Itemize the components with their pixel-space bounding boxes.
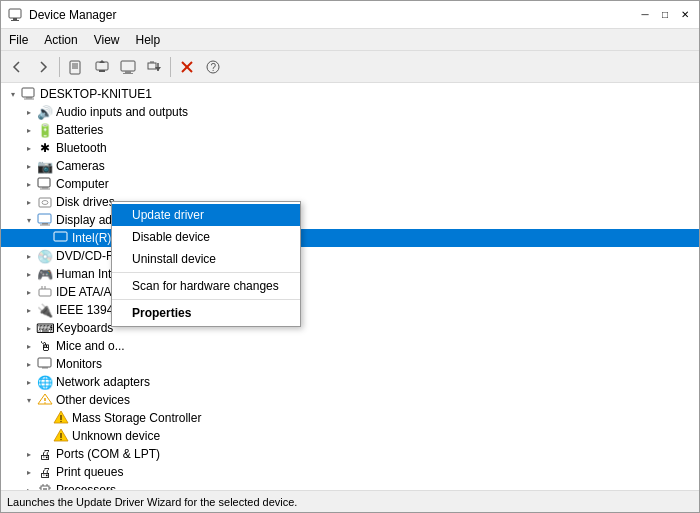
network-expander[interactable] <box>21 374 37 390</box>
keyboards-label: Keyboards <box>56 321 113 335</box>
tree-item-dvd[interactable]: 💿 DVD/CD-R... <box>1 247 699 265</box>
proc-expander[interactable] <box>21 482 37 490</box>
svg-rect-27 <box>40 189 50 190</box>
audio-label: Audio inputs and outputs <box>56 105 188 119</box>
svg-rect-10 <box>121 61 135 71</box>
svg-rect-33 <box>54 232 67 241</box>
tree-item-processors[interactable]: Processors <box>1 481 699 490</box>
disk-icon <box>37 194 53 210</box>
properties-button[interactable] <box>64 55 88 79</box>
ctx-uninstall-device[interactable]: Uninstall device <box>112 248 300 270</box>
tree-item-other-devices[interactable]: Other devices <box>1 391 699 409</box>
audio-expander[interactable] <box>21 104 37 120</box>
title-bar-text: Device Manager <box>29 8 637 22</box>
tree-area[interactable]: DESKTOP-KNITUE1 🔊 Audio inputs and outpu… <box>1 83 699 490</box>
tree-item-monitors[interactable]: Monitors <box>1 355 699 373</box>
tree-item-unknown[interactable]: Unknown device <box>1 427 699 445</box>
tree-item-print-queues[interactable]: 🖨 Print queues <box>1 463 699 481</box>
forward-button[interactable] <box>31 55 55 79</box>
menu-action[interactable]: Action <box>36 31 85 48</box>
status-bar: Launches the Update Driver Wizard for th… <box>1 490 699 512</box>
tree-item-ports[interactable]: 🖨 Ports (COM & LPT) <box>1 445 699 463</box>
minimize-button[interactable]: ─ <box>637 7 653 23</box>
tree-item-network[interactable]: 🌐 Network adapters <box>1 373 699 391</box>
svg-rect-23 <box>26 97 32 99</box>
svg-rect-8 <box>99 70 105 72</box>
proc-icon <box>37 482 53 490</box>
unknown-label: Unknown device <box>72 429 160 443</box>
tree-item-audio[interactable]: 🔊 Audio inputs and outputs <box>1 103 699 121</box>
tree-item-disk-drives[interactable]: Disk drives <box>1 193 699 211</box>
remove-device-button[interactable] <box>175 55 199 79</box>
menu-file[interactable]: File <box>1 31 36 48</box>
human-expander[interactable] <box>21 266 37 282</box>
root-expander[interactable] <box>5 86 21 102</box>
ctx-update-driver[interactable]: Update driver <box>112 204 300 226</box>
tree-item-mass-storage[interactable]: Mass Storage Controller <box>1 409 699 427</box>
display-icon <box>37 212 53 228</box>
root-label: DESKTOP-KNITUE1 <box>40 87 152 101</box>
tree-item-intel[interactable]: Intel(R) ... <box>1 229 699 247</box>
device-manager-window: Device Manager ─ □ ✕ File Action View He… <box>0 0 700 513</box>
maximize-button[interactable]: □ <box>657 7 673 23</box>
tree-item-human-interface[interactable]: 🎮 Human Int... <box>1 265 699 283</box>
tree-item-cameras[interactable]: 📷 Cameras <box>1 157 699 175</box>
tree-item-ide[interactable]: IDE ATA/AT... <box>1 283 699 301</box>
disk-expander[interactable] <box>21 194 37 210</box>
mice-expander[interactable] <box>21 338 37 354</box>
ieee-expander[interactable] <box>21 302 37 318</box>
other-expander[interactable] <box>21 392 37 408</box>
context-menu: Update driver Disable device Uninstall d… <box>111 201 301 327</box>
tree-item-mice[interactable]: 🖱 Mice and o... <box>1 337 699 355</box>
svg-rect-7 <box>96 62 108 70</box>
svg-rect-0 <box>9 9 21 18</box>
tree-item-batteries[interactable]: 🔋 Batteries <box>1 121 699 139</box>
intel-icon <box>53 230 69 246</box>
tree-item-display-adapters[interactable]: Display adapters <box>1 211 699 229</box>
print-expander[interactable] <box>21 464 37 480</box>
close-button[interactable]: ✕ <box>677 7 693 23</box>
window-controls: ─ □ ✕ <box>637 7 693 23</box>
batteries-expander[interactable] <box>21 122 37 138</box>
ctx-disable-device[interactable]: Disable device <box>112 226 300 248</box>
tree-item-ieee1394[interactable]: 🔌 IEEE 1394 h... <box>1 301 699 319</box>
dvd-expander[interactable] <box>21 248 37 264</box>
tree-item-keyboards[interactable]: ⌨ Keyboards <box>1 319 699 337</box>
unknown-device-icon <box>53 428 69 444</box>
svg-rect-28 <box>39 198 51 207</box>
tree-root[interactable]: DESKTOP-KNITUE1 <box>1 85 699 103</box>
disk-label: Disk drives <box>56 195 115 209</box>
bluetooth-expander[interactable] <box>21 140 37 156</box>
toolbar: ? <box>1 51 699 83</box>
help-button[interactable]: ? <box>201 55 225 79</box>
svg-text:?: ? <box>211 62 217 73</box>
tree-item-bluetooth[interactable]: ✱ Bluetooth <box>1 139 699 157</box>
scan-hardware-button[interactable] <box>116 55 140 79</box>
svg-rect-25 <box>38 178 50 187</box>
svg-point-40 <box>44 402 46 404</box>
menu-bar: File Action View Help <box>1 29 699 51</box>
back-button[interactable] <box>5 55 29 79</box>
ports-icon: 🖨 <box>37 446 53 462</box>
batteries-icon: 🔋 <box>37 122 53 138</box>
show-all-button[interactable] <box>142 55 166 79</box>
bluetooth-icon: ✱ <box>37 140 53 156</box>
main-content: DESKTOP-KNITUE1 🔊 Audio inputs and outpu… <box>1 83 699 490</box>
ports-expander[interactable] <box>21 446 37 462</box>
svg-rect-31 <box>42 223 48 225</box>
mass-storage-icon <box>53 410 69 426</box>
tree-item-computer[interactable]: Computer <box>1 175 699 193</box>
ctx-scan-hardware[interactable]: Scan for hardware changes <box>112 275 300 297</box>
human-icon: 🎮 <box>37 266 53 282</box>
svg-rect-24 <box>24 99 34 100</box>
update-driver-button[interactable] <box>90 55 114 79</box>
menu-help[interactable]: Help <box>128 31 169 48</box>
ctx-properties[interactable]: Properties <box>112 302 300 324</box>
cameras-expander[interactable] <box>21 158 37 174</box>
monitors-expander[interactable] <box>21 356 37 372</box>
menu-view[interactable]: View <box>86 31 128 48</box>
network-icon: 🌐 <box>37 374 53 390</box>
ide-expander[interactable] <box>21 284 37 300</box>
display-expander[interactable] <box>21 212 37 228</box>
computer-expander[interactable] <box>21 176 37 192</box>
